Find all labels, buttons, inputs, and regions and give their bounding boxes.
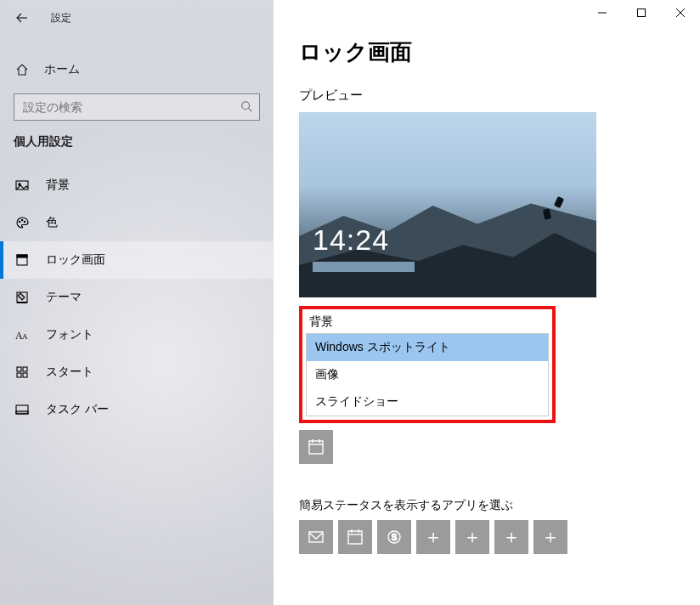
font-icon: AA	[14, 328, 31, 342]
preview-label: プレビュー	[299, 88, 675, 104]
sidebar-item-label: ロック画面	[46, 252, 105, 268]
mail-icon	[308, 529, 325, 546]
sidebar-section-title: 個人用設定	[0, 121, 274, 158]
quick-status-tile-add[interactable]: ＋	[494, 520, 528, 554]
svg-rect-20	[17, 373, 21, 377]
quick-status-tile-add[interactable]: ＋	[533, 520, 567, 554]
sidebar-nav-list: 背景 色 ロック画面 テーマ AA フォント スタート	[0, 167, 274, 428]
svg-rect-18	[17, 367, 21, 371]
sidebar: 設定 ホーム 個人用設定 背景 色	[0, 0, 274, 605]
sidebar-item-label: テーマ	[46, 290, 82, 305]
start-icon	[14, 365, 31, 379]
sidebar-item-start[interactable]: スタート	[0, 353, 274, 391]
preview-clock: 14:24	[313, 223, 389, 257]
plus-icon: ＋	[463, 528, 482, 546]
svg-point-5	[242, 101, 250, 109]
close-button[interactable]	[661, 0, 700, 25]
content-pane: ロック画面 プレビュー 14:24 背景 Windows スポットライト 画像 …	[274, 0, 700, 605]
background-option-picture[interactable]: 画像	[307, 361, 548, 388]
plus-icon: ＋	[502, 528, 521, 546]
svg-point-10	[21, 219, 23, 221]
detailed-status-app-row	[299, 430, 675, 464]
sidebar-item-themes[interactable]: テーマ	[0, 279, 274, 316]
home-label: ホーム	[44, 62, 80, 77]
sidebar-item-taskbar[interactable]: タスク バー	[0, 391, 274, 428]
home-nav[interactable]: ホーム	[0, 53, 274, 87]
back-button[interactable]	[8, 4, 36, 31]
quick-status-tile-add[interactable]: ＋	[455, 520, 489, 554]
svg-rect-13	[17, 255, 27, 257]
preview-climber-silhouette	[554, 196, 564, 208]
preview-date-placeholder	[313, 262, 415, 272]
svg-rect-23	[16, 411, 28, 414]
taskbar-icon	[14, 403, 31, 416]
svg-rect-28	[309, 532, 323, 542]
search-box[interactable]	[14, 93, 260, 121]
svg-text:S: S	[392, 533, 398, 542]
sidebar-item-label: 背景	[46, 178, 70, 193]
skype-icon: S	[386, 529, 403, 546]
window-title: 設定	[51, 11, 71, 25]
maximize-button[interactable]	[622, 0, 661, 25]
svg-line-6	[249, 108, 252, 111]
sidebar-header: 設定	[0, 0, 274, 36]
lock-screen-icon	[14, 253, 31, 267]
svg-rect-1	[638, 9, 646, 17]
page-title: ロック画面	[299, 37, 675, 67]
quick-status-tile-mail[interactable]	[299, 520, 333, 554]
search-icon	[240, 100, 252, 115]
background-dropdown[interactable]: Windows スポットライト 画像 スライドショー	[306, 333, 549, 416]
sidebar-item-fonts[interactable]: AA フォント	[0, 316, 274, 353]
quick-status-tile-skype[interactable]: S	[377, 520, 411, 554]
search-input[interactable]	[21, 99, 240, 115]
quick-status-label: 簡易ステータスを表示するアプリを選ぶ	[299, 498, 675, 513]
sidebar-item-label: スタート	[46, 365, 93, 380]
quick-status-app-row: S ＋ ＋ ＋ ＋	[299, 520, 675, 554]
sidebar-item-background[interactable]: 背景	[0, 167, 274, 204]
background-field-label: 背景	[309, 314, 549, 330]
svg-text:A: A	[22, 332, 28, 341]
svg-rect-19	[23, 367, 27, 371]
svg-rect-24	[309, 441, 323, 454]
arrow-left-icon	[15, 11, 29, 25]
calendar-icon	[347, 529, 364, 546]
lockscreen-preview: 14:24	[299, 112, 596, 297]
picture-icon	[14, 178, 31, 192]
sidebar-item-label: 色	[46, 215, 58, 230]
titlebar-controls	[583, 0, 700, 25]
background-option-slideshow[interactable]: スライドショー	[307, 388, 548, 416]
quick-status-tile-add[interactable]: ＋	[416, 520, 450, 554]
plus-icon: ＋	[541, 528, 560, 546]
sidebar-item-colors[interactable]: 色	[0, 204, 274, 241]
background-dropdown-highlight: 背景 Windows スポットライト 画像 スライドショー	[299, 306, 556, 423]
sidebar-item-label: タスク バー	[46, 402, 109, 417]
svg-rect-21	[23, 373, 27, 377]
theme-icon	[14, 291, 31, 304]
sidebar-item-label: フォント	[46, 327, 93, 342]
svg-rect-29	[348, 531, 362, 544]
calendar-icon	[308, 438, 325, 455]
background-option-spotlight[interactable]: Windows スポットライト	[307, 334, 548, 361]
sidebar-item-lock-screen[interactable]: ロック画面	[0, 241, 274, 279]
plus-icon: ＋	[424, 528, 443, 546]
settings-window: 設定 ホーム 個人用設定 背景 色	[0, 0, 700, 605]
palette-icon	[14, 216, 31, 229]
svg-point-11	[24, 221, 25, 223]
svg-point-9	[19, 221, 20, 223]
quick-status-tile-calendar[interactable]	[338, 520, 372, 554]
home-icon	[14, 63, 31, 76]
detailed-status-app-tile[interactable]	[299, 430, 333, 464]
minimize-button[interactable]	[583, 0, 622, 25]
